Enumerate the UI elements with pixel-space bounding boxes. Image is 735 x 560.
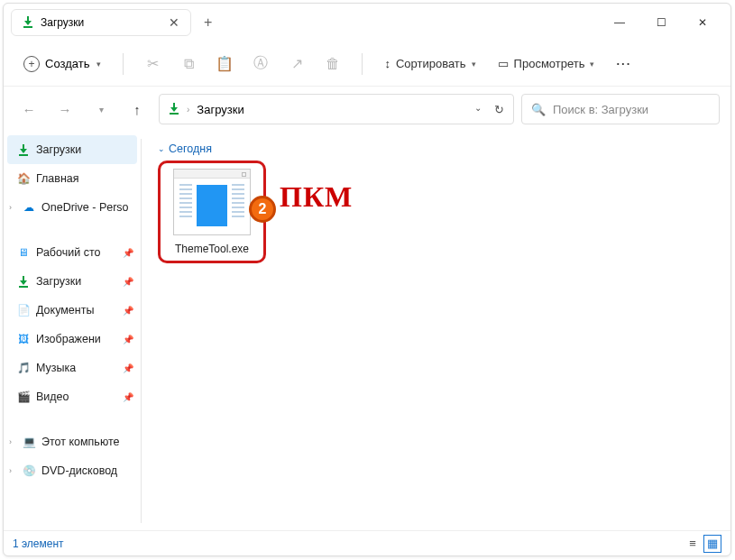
sidebar-item-label: Главная [36,172,79,185]
sidebar-item-label: Изображени [36,333,101,345]
create-label: Создать [45,57,89,70]
download-icon [16,274,31,289]
download-icon [16,142,31,157]
delete-button[interactable]: 🗑 [317,48,349,80]
chevron-down-icon: ▾ [590,60,594,69]
file-label: ThemeTool.exe [175,243,249,255]
status-count: 1 элемент [13,537,64,550]
sidebar-item-desktop[interactable]: 🖥 Рабочий сто 📌 [4,238,141,267]
pin-icon: 📌 [123,335,133,344]
videos-icon: 🎬 [16,390,31,404]
sidebar: Загрузки 🏠 Главная › ☁ OneDrive - Perso … [4,132,141,530]
breadcrumb-location[interactable]: Загрузки [197,103,243,116]
documents-icon: 📄 [16,303,31,317]
dvd-icon: 💿 [22,464,36,478]
more-button[interactable]: ··· [607,51,640,76]
icons-view-button[interactable]: ▦ [703,535,721,553]
onedrive-icon: ☁ [22,200,36,215]
active-tab[interactable]: Загрузки ✕ [11,9,191,36]
back-button[interactable]: ← [14,95,43,124]
sidebar-item-onedrive[interactable]: › ☁ OneDrive - Perso [4,193,141,222]
chevron-down-icon: ⌄ [158,144,165,153]
sidebar-item-label: Рабочий сто [36,246,100,259]
new-tab-button[interactable]: + [204,14,212,31]
sidebar-item-music[interactable]: 🎵 Музыка 📌 [4,353,141,382]
annotation-badge: 2 [249,196,276,223]
close-window-button[interactable]: ✕ [682,8,723,37]
cut-button[interactable]: ✂ [136,48,169,80]
address-chevron-icon[interactable]: ⌄ [474,103,482,116]
copy-button[interactable]: ⧉ [172,48,205,80]
pin-icon: 📌 [123,248,133,258]
sidebar-item-label: Документы [36,304,94,317]
sort-label: Сортировать [396,57,466,70]
pin-icon: 📌 [123,363,133,373]
view-label: Просмотреть [514,57,585,70]
sidebar-item-videos[interactable]: 🎬 Видео 📌 [4,382,141,411]
sidebar-item-label: Видео [36,390,69,403]
group-header-today[interactable]: ⌄ Сегодня [158,142,716,155]
sidebar-item-label: DVD-дисковод [41,464,117,477]
exe-icon [173,169,251,235]
chevron-right-icon[interactable]: › [9,203,12,212]
tab-title: Загрузки [41,16,84,29]
file-item-themetool[interactable]: ThemeTool.exe 2 [158,161,266,263]
chevron-down-icon: ▾ [472,60,476,69]
search-placeholder: Поиск в: Загрузки [553,103,648,116]
music-icon: 🎵 [16,361,31,375]
sidebar-item-label: Этот компьюте [41,436,120,448]
sidebar-item-thispc[interactable]: › 💻 Этот компьюте [4,427,141,456]
minimize-button[interactable]: ― [599,8,640,37]
sidebar-item-label: Загрузки [36,275,81,288]
sidebar-item-downloads2[interactable]: Загрузки 📌 [4,267,141,296]
close-tab-icon[interactable]: ✕ [169,15,179,30]
paste-button[interactable]: 📋 [208,48,241,80]
rename-button[interactable]: Ⓐ [244,48,277,80]
sidebar-item-downloads[interactable]: Загрузки [7,135,137,164]
download-icon [23,16,33,30]
chevron-right-icon: › [187,105,189,115]
desktop-icon: 🖥 [16,245,31,260]
chevron-right-icon[interactable]: › [9,437,12,446]
sidebar-item-documents[interactable]: 📄 Документы 📌 [4,296,141,325]
toolbar: + Создать ▾ ✂ ⧉ 📋 Ⓐ ↗ 🗑 ↕ Сортировать ▾ … [4,41,730,87]
status-bar: 1 элемент ≡ ▦ [4,530,730,555]
details-view-button[interactable]: ≡ [684,535,702,553]
content-area[interactable]: ⌄ Сегодня ThemeTool.exe 2 [143,132,730,530]
chevron-right-icon[interactable]: › [9,466,12,475]
titlebar: Загрузки ✕ + ― ☐ ✕ [4,4,730,41]
up-button[interactable]: ↑ [123,95,152,124]
sort-button[interactable]: ↕ Сортировать ▾ [375,51,484,76]
maximize-button[interactable]: ☐ [640,8,682,37]
nav-row: ← → ▾ ↑ › Загрузки ⌄ ↻ 🔍 Поиск в: Загруз… [4,87,730,132]
pin-icon: 📌 [123,277,133,287]
sidebar-item-label: Музыка [36,362,76,374]
sidebar-item-dvd[interactable]: › 💿 DVD-дисковод [4,456,141,485]
create-button[interactable]: + Создать ▾ [14,50,110,78]
recent-chevron[interactable]: ▾ [87,95,115,124]
address-bar[interactable]: › Загрузки ⌄ ↻ [159,94,514,124]
sidebar-item-pictures[interactable]: 🖼 Изображени 📌 [4,325,141,353]
annotation-label: ПКМ [280,180,353,214]
plus-icon: + [23,56,40,72]
refresh-button[interactable]: ↻ [494,103,504,116]
body: Загрузки 🏠 Главная › ☁ OneDrive - Perso … [4,132,730,530]
pin-icon: 📌 [123,392,133,402]
download-icon [169,103,179,116]
window-controls: ― ☐ ✕ [599,8,723,37]
forward-button[interactable]: → [51,95,79,124]
file-explorer-window: Загрузки ✕ + ― ☐ ✕ + Создать ▾ ✂ ⧉ 📋 Ⓐ ↗… [3,3,731,556]
pc-icon: 💻 [22,435,36,449]
sort-icon: ↕ [384,57,390,70]
chevron-down-icon: ▾ [96,60,101,69]
sidebar-item-home[interactable]: 🏠 Главная [4,164,141,193]
sidebar-item-label: Загрузки [36,143,81,156]
group-label: Сегодня [169,142,212,155]
sidebar-item-label: OneDrive - Perso [41,201,129,214]
pin-icon: 📌 [123,306,133,316]
home-icon: 🏠 [16,171,31,186]
pictures-icon: 🖼 [16,332,31,346]
share-button[interactable]: ↗ [280,48,313,80]
search-input[interactable]: 🔍 Поиск в: Загрузки [521,94,720,124]
view-button[interactable]: ▭ Просмотреть ▾ [489,51,604,76]
